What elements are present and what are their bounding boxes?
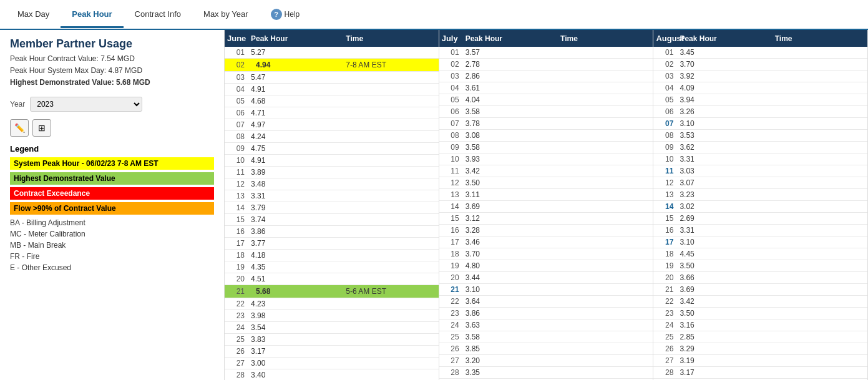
day-cell: 05	[653, 94, 677, 106]
peak-cell: 3.86	[248, 226, 343, 238]
time-cell	[773, 82, 867, 94]
tab-contract-info[interactable]: Contract Info	[124, 2, 192, 28]
day-cell: 19	[439, 260, 463, 272]
table-row: 053.94	[653, 94, 867, 106]
time-cell	[558, 82, 653, 94]
day-cell: 10	[653, 153, 677, 165]
time-cell	[773, 59, 867, 71]
table-row: 184.18	[225, 250, 439, 261]
day-cell: 03	[439, 71, 463, 82]
time-cell	[773, 343, 867, 355]
time-cell	[343, 95, 438, 107]
table-row: 013.45	[653, 47, 867, 59]
peak-cell: 3.26	[677, 106, 772, 118]
peak-cell: 4.45	[677, 248, 772, 260]
peak-cell: 5.27	[248, 47, 343, 59]
peak-cell: 4.80	[463, 260, 558, 272]
time-cell	[343, 202, 438, 214]
july-table: July Peak Hour Time 013.57022.78032.8604…	[439, 30, 653, 380]
time-cell	[558, 153, 653, 165]
time-cell	[343, 143, 438, 155]
peak-cell: 3.66	[677, 272, 772, 284]
time-cell	[343, 334, 438, 346]
table-row: 023.70	[653, 59, 867, 71]
june-peak-header: Peak Hour	[248, 30, 343, 47]
time-cell	[773, 71, 867, 82]
table-row: 143.79	[225, 202, 439, 214]
peak-cell: 3.17	[248, 346, 343, 358]
table-row: 022.78	[439, 59, 653, 71]
day-cell: 09	[439, 142, 463, 153]
time-cell	[558, 177, 653, 189]
peak-cell: 3.86	[463, 308, 558, 319]
toolbar-icons: ✏️ ⊞	[10, 119, 214, 137]
table-row: 273.20	[439, 355, 653, 367]
time-cell	[773, 225, 867, 236]
time-cell	[343, 190, 438, 202]
table-row: 133.11	[439, 189, 653, 201]
july-table-wrapper[interactable]: July Peak Hour Time 013.57022.78032.8604…	[439, 30, 653, 380]
tables-area: June Peak Hour Time 015.27024.947-8 AM E…	[225, 30, 868, 380]
time-cell	[343, 298, 438, 310]
day-cell: 13	[439, 189, 463, 201]
peak-cell: 3.42	[677, 296, 772, 308]
june-table-wrapper[interactable]: June Peak Hour Time 015.27024.947-8 AM E…	[225, 30, 439, 380]
day-cell: 08	[225, 131, 248, 143]
time-cell	[343, 238, 438, 250]
table-row: 093.62	[653, 142, 867, 153]
peak-cell: 2.85	[677, 331, 772, 343]
table-row: 204.51	[225, 273, 439, 285]
year-select[interactable]: 2023 2022 2021	[30, 97, 142, 112]
table-row: 143.69	[439, 201, 653, 213]
tab-max-day[interactable]: Max Day	[6, 2, 61, 28]
time-cell	[343, 167, 438, 178]
peak-cell: 3.35	[463, 367, 558, 379]
time-cell	[558, 308, 653, 319]
time-cell	[558, 71, 653, 82]
tab-peak-hour[interactable]: Peak Hour	[61, 2, 123, 28]
table-row: 113.42	[439, 165, 653, 177]
peak-cell: 3.44	[463, 272, 558, 284]
time-cell	[773, 296, 867, 308]
time-cell	[343, 250, 438, 261]
august-table-wrapper[interactable]: August Peak Hour Time 013.45023.70033.92…	[653, 30, 867, 380]
peak-cell: 3.53	[677, 130, 772, 142]
time-cell	[558, 343, 653, 355]
time-cell	[558, 225, 653, 236]
grid-button[interactable]: ⊞	[32, 119, 51, 137]
day-cell: 22	[225, 298, 248, 310]
peak-cell: 3.17	[677, 367, 772, 379]
july-time-header: Time	[558, 30, 653, 47]
day-cell: 16	[439, 225, 463, 236]
day-cell: 01	[439, 47, 463, 59]
tab-help[interactable]: ? Help	[260, 1, 311, 27]
peak-cell: 3.64	[463, 296, 558, 308]
legend-mb: MB - Main Break	[10, 240, 214, 251]
august-time-header: Time	[773, 30, 867, 47]
tab-max-by-year[interactable]: Max by Year	[192, 2, 260, 28]
time-cell	[558, 296, 653, 308]
day-cell: 04	[439, 82, 463, 94]
legend-system-peak: System Peak Hour - 06/02/23 7-8 AM EST	[10, 157, 214, 170]
time-cell	[558, 47, 653, 59]
legend-e: E - Other Excused	[10, 262, 214, 273]
day-cell: 22	[653, 296, 677, 308]
peak-cell: 3.50	[677, 308, 772, 319]
time-cell	[773, 118, 867, 130]
day-cell: 06	[225, 107, 248, 119]
day-cell: 24	[225, 322, 248, 334]
time-cell	[343, 72, 438, 84]
peak-cell: 3.74	[248, 214, 343, 226]
edit-button[interactable]: ✏️	[10, 119, 29, 137]
day-cell: 09	[653, 142, 677, 153]
day-cell: 03	[225, 72, 248, 84]
peak-cell: 3.57	[463, 47, 558, 59]
day-cell: 10	[439, 153, 463, 165]
peak-cell: 3.69	[463, 201, 558, 213]
table-row: 054.68	[225, 95, 439, 107]
legend-title: Legend	[10, 144, 214, 153]
day-cell: 06	[439, 106, 463, 118]
table-row: 044.91	[225, 84, 439, 95]
table-row: 283.40	[225, 369, 439, 381]
day-cell: 24	[653, 319, 677, 331]
